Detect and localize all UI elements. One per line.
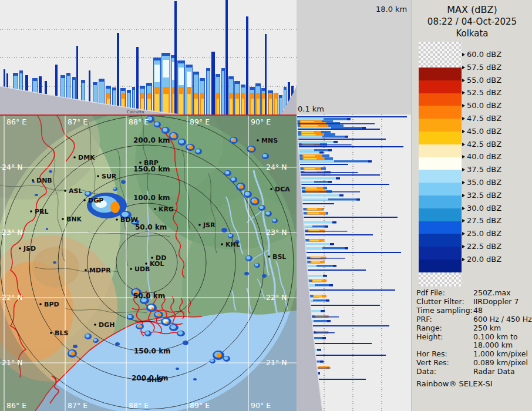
city-marker: [154, 208, 156, 210]
city-label: BDW: [120, 216, 138, 224]
city-marker: [50, 332, 52, 334]
echo-rect: [323, 275, 327, 277]
echo-rect: [163, 60, 169, 78]
legend-tick-arrow-icon: [462, 104, 465, 107]
echo-rect: [347, 118, 351, 120]
echo-cell: [115, 342, 120, 346]
echo-rect: [251, 99, 254, 114]
product-datetime: 08:22 / 04-Oct-2025: [412, 16, 532, 28]
legend-level-label: 27.5 dBZ: [467, 217, 501, 225]
echo-rect: [308, 213, 319, 214]
legend-swatch-overflow-high: [419, 42, 462, 68]
city-marker: [73, 156, 76, 159]
echo-rect: [329, 284, 333, 287]
metadata-label: PRF:: [416, 315, 473, 324]
range-ring-label: 200.0 km: [133, 136, 170, 144]
city-marker: [85, 269, 87, 271]
legend-tick-arrow-icon: [462, 181, 465, 184]
echo-rect: [333, 265, 336, 267]
city-label: DMK: [78, 154, 95, 161]
echo-row: [297, 174, 380, 176]
radar-site-label: Calcutta: [127, 110, 144, 114]
city-marker: [142, 379, 144, 381]
legend-swatch: [419, 144, 462, 157]
metadata-value: 1.000 km/pixel: [473, 350, 531, 359]
terrain-hill-spot: [32, 247, 79, 288]
city-label: SHD: [147, 376, 162, 384]
legend-swatch: [419, 93, 462, 106]
legend-level-label: 40.0 dBZ: [467, 153, 501, 161]
echo-rect: [257, 99, 260, 114]
echo-rect: [187, 72, 191, 89]
echo-cell: [265, 211, 270, 215]
echo-cell: [35, 194, 38, 196]
metadata-value: 250Z.max: [473, 289, 531, 298]
city-marker: [130, 268, 132, 270]
metadata-value: Radar Data: [473, 368, 531, 376]
echo-cell: [196, 149, 200, 153]
legend-swatch: [419, 208, 462, 221]
echo-cell: [73, 345, 78, 348]
echo-rect: [314, 295, 322, 297]
echo-cell: [183, 341, 188, 345]
echo-cell: [172, 134, 176, 139]
echo-rect: [308, 208, 317, 210]
echo-rect: [275, 99, 277, 114]
city-label: BRP: [144, 159, 159, 167]
echo-rect: [313, 280, 322, 282]
echo-cell: [250, 147, 254, 151]
latitude-label: 21° N: [2, 358, 22, 367]
longitude-label: 87° E: [68, 117, 87, 126]
metadata-label: Hor Res:: [416, 350, 473, 359]
echo-row: [297, 164, 348, 165]
latitude-label: 24° N: [2, 163, 22, 171]
radar-map-panel: 86° E86° E87° E87° E88° E88° E89° E89° E…: [0, 114, 297, 411]
city-label: BLS: [55, 329, 68, 337]
city-marker: [198, 224, 201, 226]
right-cross-section-plot: [297, 114, 411, 411]
echo-rect: [230, 99, 233, 114]
echo-rect: [339, 194, 344, 197]
legend-swatch: [419, 234, 462, 247]
city-marker: [116, 218, 118, 221]
legend-swatch: [419, 119, 462, 132]
echo-cell: [176, 368, 179, 370]
legend-swatch: [419, 157, 462, 170]
echo-rect: [345, 247, 348, 250]
echo-rect: [302, 134, 315, 136]
legend-swatch-overflow-low: [419, 272, 462, 287]
latitude-label: 23° N: [266, 228, 287, 237]
metadata-label: Data:: [416, 368, 473, 376]
echo-row: [297, 194, 344, 197]
legend-level-label: 55.0 dBZ: [467, 76, 501, 85]
city-marker: [257, 139, 259, 142]
echo-rect: [319, 151, 324, 154]
metadata-label: [416, 341, 473, 350]
legend-level-label: 25.0 dBZ: [467, 230, 501, 238]
echo-rect: [326, 299, 329, 302]
legend-tick-arrow-icon: [462, 130, 465, 133]
echo-rect: [297, 123, 375, 124]
city-label: KOL: [150, 260, 164, 268]
echo-rect: [306, 187, 316, 189]
legend-tick-arrow-icon: [462, 155, 465, 159]
echo-column: [246, 16, 248, 114]
echo-rect: [356, 198, 360, 201]
echo-rect: [317, 349, 321, 351]
echo-rect: [242, 99, 244, 114]
city-marker: [62, 218, 64, 220]
legend-swatch: [419, 221, 462, 234]
product-name: MAX (dBZ): [412, 4, 532, 16]
echo-row: [297, 289, 395, 291]
legend-swatch: [419, 170, 462, 183]
echo-cell: [255, 264, 258, 267]
city-label: DGH: [99, 321, 115, 329]
echo-cell: [167, 322, 169, 324]
echo-rect: [201, 99, 204, 114]
metadata-value: 600 Hz / 450 Hz: [473, 315, 532, 324]
echo-rect: [330, 243, 334, 245]
echo-rect: [328, 149, 332, 151]
echo-cell: [170, 325, 176, 329]
echo-cell: [221, 228, 227, 233]
echo-rect: [310, 240, 319, 241]
